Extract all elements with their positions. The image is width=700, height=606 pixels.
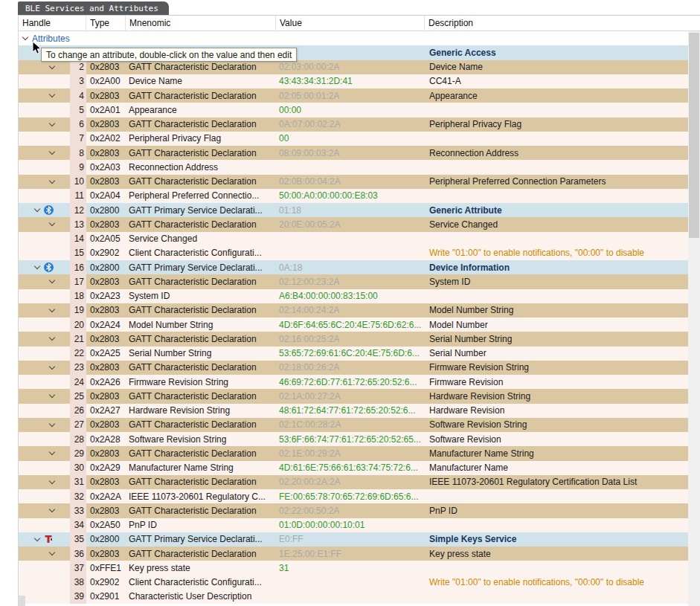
- expand-chevron-icon[interactable]: [33, 206, 42, 214]
- column-header-description[interactable]: Description: [425, 16, 700, 30]
- table-row[interactable]: 28 0x2A28 Software Revision String 53:6F…: [19, 432, 688, 446]
- value-cell[interactable]: 02:20:00:2A:2A: [276, 475, 425, 489]
- table-row[interactable]: 15 0x2902 Client Characteristic Configur…: [19, 246, 688, 260]
- column-header-mnemonic[interactable]: Mnenomic: [126, 16, 276, 30]
- value-cell[interactable]: E0:FF: [276, 532, 425, 547]
- expand-chevron-icon[interactable]: [48, 277, 57, 286]
- value-cell[interactable]: 02:1E:00:29:2A: [276, 446, 425, 460]
- column-header-handle[interactable]: Handle: [19, 16, 86, 30]
- value-cell[interactable]: [276, 576, 425, 590]
- expand-chevron-icon[interactable]: [48, 335, 57, 343]
- table-row[interactable]: 38 0x2902 Client Characteristic Configur…: [19, 576, 688, 590]
- table-row[interactable]: 39 0x2901 Characteristic User Descriptio…: [19, 590, 688, 604]
- value-cell[interactable]: 02:18:00:26:2A: [276, 361, 425, 375]
- table-row[interactable]: 23 0x2803 GATT Characteristic Declaratio…: [19, 361, 688, 375]
- table-row[interactable]: 36 0x2803 GATT Characteristic Declaratio…: [19, 547, 688, 561]
- expand-chevron-icon[interactable]: [48, 421, 57, 429]
- value-cell[interactable]: 01:18: [276, 203, 425, 217]
- value-cell[interactable]: 1E:25:00:E1:FF: [276, 547, 425, 561]
- table-row[interactable]: 21 0x2803 GATT Characteristic Declaratio…: [19, 332, 688, 346]
- table-row[interactable]: 4 0x2803 GATT Characteristic Declaration…: [19, 88, 688, 103]
- value-cell[interactable]: 00: [276, 132, 425, 146]
- value-cell[interactable]: 53:6F:66:74:77:61:72:65:20:52:65...: [276, 432, 425, 446]
- value-cell[interactable]: 01:0D:00:00:00:10:01: [276, 518, 425, 532]
- table-row[interactable]: 13 0x2803 GATT Characteristic Declaratio…: [19, 217, 688, 231]
- value-cell[interactable]: 50:00:A0:00:00:00:E8:03: [276, 189, 425, 203]
- table-row[interactable]: 27 0x2803 GATT Characteristic Declaratio…: [19, 418, 688, 432]
- table-row[interactable]: 8 0x2803 GATT Characteristic Declaration…: [19, 146, 688, 160]
- value-cell[interactable]: 02:05:00:01:2A: [276, 88, 425, 103]
- table-row[interactable]: 10 0x2803 GATT Characteristic Declaratio…: [19, 175, 688, 189]
- value-cell[interactable]: 02:16:00:25:2A: [276, 332, 425, 346]
- expand-chevron-icon[interactable]: [48, 449, 57, 457]
- table-row[interactable]: 35 0x2800 GATT Primary Service Declarati…: [19, 532, 688, 547]
- table-row[interactable]: 33 0x2803 GATT Characteristic Declaratio…: [19, 503, 688, 518]
- value-cell[interactable]: 31: [276, 561, 425, 575]
- expand-chevron-icon[interactable]: [48, 63, 57, 71]
- expand-chevron-icon[interactable]: [48, 220, 57, 228]
- table-row[interactable]: 7 0x2A02 Peripheral Privacy Flag 00: [19, 132, 688, 146]
- expand-chevron-icon[interactable]: [48, 306, 57, 315]
- table-row[interactable]: 31 0x2803 GATT Characteristic Declaratio…: [19, 475, 688, 489]
- expand-chevron-icon[interactable]: [48, 506, 57, 515]
- expand-chevron-icon[interactable]: [48, 178, 57, 186]
- table-row[interactable]: 20 0x2A24 Model Number String 4D:6F:64:6…: [19, 317, 688, 332]
- value-cell[interactable]: 02:1C:00:28:2A: [276, 418, 425, 432]
- table-row[interactable]: 16 0x2800 GATT Primary Service Declarati…: [19, 260, 688, 274]
- expand-chevron-icon[interactable]: [48, 91, 57, 100]
- table-row[interactable]: 26 0x2A27 Hardware Revision String 48:61…: [19, 404, 688, 418]
- table-row[interactable]: 19 0x2803 GATT Characteristic Declaratio…: [19, 303, 688, 317]
- value-cell[interactable]: [276, 246, 425, 260]
- value-cell[interactable]: FE:00:65:78:70:65:72:69:6D:65:6...: [276, 489, 425, 503]
- value-cell[interactable]: 48:61:72:64:77:61:72:65:20:52:6...: [276, 404, 425, 418]
- value-cell[interactable]: 20:0E:00:05:2A: [276, 217, 425, 231]
- value-cell[interactable]: 0A:07:00:02:2A: [276, 117, 425, 132]
- expand-chevron-icon[interactable]: [22, 34, 30, 42]
- expand-chevron-icon[interactable]: [33, 263, 42, 271]
- value-cell[interactable]: 43:43:34:31:2D:41: [276, 74, 425, 88]
- window-tab[interactable]: BLE Services and Attributes: [18, 1, 169, 15]
- vertical-scrollbar[interactable]: [688, 31, 700, 606]
- column-header-value[interactable]: Value: [276, 16, 425, 30]
- table-row[interactable]: 37 0xFFE1 Key press state 31: [19, 561, 688, 575]
- value-cell[interactable]: A6:B4:00:00:00:83:15:00: [276, 289, 425, 303]
- table-row[interactable]: 2 0x2803 GATT Characteristic Declaration…: [19, 60, 688, 74]
- table-row[interactable]: 32 0x2A2A IEEE 11073-20601 Regulatory C.…: [19, 489, 688, 503]
- value-cell[interactable]: 4D:61:6E:75:66:61:63:74:75:72:6...: [276, 461, 425, 475]
- value-cell[interactable]: 53:65:72:69:61:6C:20:4E:75:6D:6...: [276, 346, 425, 361]
- table-row[interactable]: 12 0x2800 GATT Primary Service Declarati…: [19, 203, 688, 217]
- table-row[interactable]: 3 0x2A00 Device Name 43:43:34:31:2D:41 C…: [19, 74, 688, 88]
- value-cell[interactable]: 02:14:00:24:2A: [276, 303, 425, 317]
- table-row[interactable]: 6 0x2803 GATT Characteristic Declaration…: [19, 117, 688, 132]
- value-cell[interactable]: 02:12:00:23:2A: [276, 274, 425, 289]
- expand-chevron-icon[interactable]: [48, 478, 57, 486]
- expand-chevron-icon[interactable]: [48, 549, 57, 558]
- table-row[interactable]: 17 0x2803 GATT Characteristic Declaratio…: [19, 274, 688, 289]
- value-cell[interactable]: 00:00: [276, 103, 425, 117]
- value-cell[interactable]: 46:69:72:6D:77:61:72:65:20:52:6...: [276, 375, 425, 389]
- expand-chevron-icon[interactable]: [48, 392, 57, 400]
- table-row[interactable]: 22 0x2A25 Serial Number String 53:65:72:…: [19, 346, 688, 361]
- table-row[interactable]: 14 0x2A05 Service Changed: [19, 232, 688, 246]
- value-cell[interactable]: 02:22:00:50:2A: [276, 503, 425, 518]
- table-row[interactable]: 18 0x2A23 System ID A6:B4:00:00:00:83:15…: [19, 289, 688, 303]
- table-row[interactable]: 5 0x2A01 Appearance 00:00: [19, 103, 688, 117]
- value-cell[interactable]: 02:03:00:00:2A: [276, 60, 425, 74]
- table-row[interactable]: 11 0x2A04 Peripheral Preferred Connectio…: [19, 189, 688, 203]
- expand-chevron-icon[interactable]: [48, 364, 57, 372]
- value-cell[interactable]: 0A:18: [276, 260, 425, 274]
- table-row[interactable]: 29 0x2803 GATT Characteristic Declaratio…: [19, 446, 688, 460]
- scrollbar-thumb[interactable]: [689, 33, 699, 238]
- value-cell[interactable]: [276, 232, 425, 246]
- expand-chevron-icon[interactable]: [48, 120, 57, 129]
- value-cell[interactable]: 08:09:00:03:2A: [276, 146, 425, 160]
- value-cell[interactable]: [276, 45, 425, 59]
- table-row[interactable]: 34 0x2A50 PnP ID 01:0D:00:00:00:10:01: [19, 518, 688, 532]
- expand-chevron-icon[interactable]: [33, 535, 42, 544]
- table-row[interactable]: 25 0x2803 GATT Characteristic Declaratio…: [19, 389, 688, 403]
- column-header-type[interactable]: Type: [86, 16, 126, 30]
- value-cell[interactable]: [276, 160, 425, 174]
- tree-root-row[interactable]: Attributes: [19, 31, 688, 45]
- value-cell[interactable]: 02:0B:00:04:2A: [276, 175, 425, 189]
- value-cell[interactable]: [276, 590, 425, 604]
